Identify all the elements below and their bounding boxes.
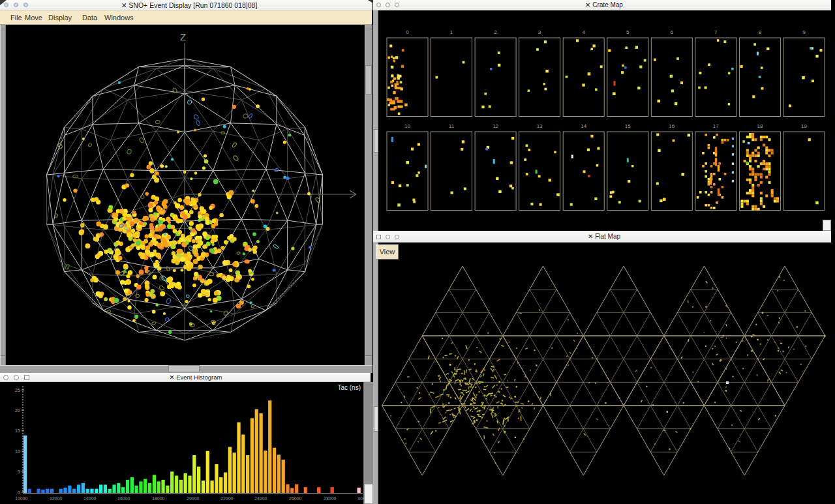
svg-text:14000: 14000 (84, 496, 97, 501)
svg-text:12000: 12000 (50, 496, 63, 501)
svg-text:15: 15 (625, 123, 631, 129)
svg-text:19: 19 (801, 123, 807, 129)
svg-text:4: 4 (582, 29, 585, 35)
svg-text:10000: 10000 (15, 496, 28, 501)
svg-text:20: 20 (15, 408, 20, 413)
svg-text:13: 13 (537, 123, 543, 129)
svg-text:10: 10 (404, 123, 410, 129)
svg-text:17: 17 (713, 123, 719, 129)
svg-text:14: 14 (581, 123, 586, 129)
svg-text:1: 1 (450, 29, 453, 35)
svg-text:2: 2 (494, 29, 497, 35)
svg-text:28000: 28000 (324, 496, 337, 501)
svg-text:18: 18 (757, 123, 763, 129)
svg-text:0: 0 (18, 490, 20, 496)
svg-text:0: 0 (406, 29, 409, 35)
svg-text:25: 25 (15, 387, 20, 393)
svg-text:10: 10 (15, 449, 20, 454)
svg-text:3: 3 (538, 29, 541, 35)
svg-text:6: 6 (671, 29, 674, 35)
svg-text:30000: 30000 (357, 496, 363, 501)
svg-text:12: 12 (493, 123, 498, 129)
svg-text:11: 11 (449, 123, 455, 129)
svg-text:24000: 24000 (254, 496, 267, 501)
svg-text:18000: 18000 (152, 496, 165, 501)
svg-text:22000: 22000 (220, 496, 234, 501)
svg-text:8: 8 (759, 29, 762, 35)
svg-text:5: 5 (626, 29, 630, 35)
svg-text:9: 9 (802, 29, 806, 35)
svg-text:Tac (ns): Tac (ns) (337, 384, 361, 391)
svg-text:Z: Z (180, 31, 186, 42)
svg-text:16: 16 (669, 123, 675, 129)
svg-text:26000: 26000 (289, 496, 302, 501)
svg-text:16000: 16000 (117, 496, 130, 501)
svg-text:20000: 20000 (187, 496, 200, 501)
svg-text:5: 5 (18, 469, 20, 475)
svg-text:15: 15 (15, 428, 20, 434)
svg-text:7: 7 (714, 29, 718, 35)
